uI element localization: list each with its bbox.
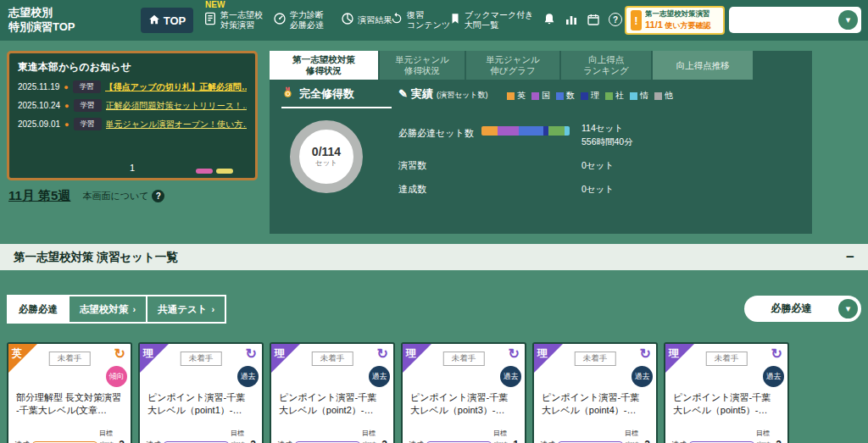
panel-tabs: 第一志望校対策 修得状況 単元ジャンル 修得状況 単元ジャンル 伸びグラフ 向上…	[270, 51, 754, 80]
refresh-icon[interactable]: ↻	[114, 346, 125, 362]
type-badge: 過去	[763, 366, 784, 387]
exercise-card[interactable]: 理 未着手 ↻ 過去 ピンポイント演習-千葉大レベル（point1）-… 目標 …	[138, 342, 264, 443]
scrollbar-thumb[interactable]	[216, 169, 233, 174]
help-icon[interactable]: ?	[609, 13, 622, 26]
tab-label: 伸びグラフ	[490, 65, 535, 76]
legend-swatch	[507, 92, 515, 100]
chevron-down-icon: ▾	[838, 10, 858, 30]
goal-label: 目標	[540, 429, 650, 438]
tab-unit-genre-growth[interactable]: 単元ジャンル 伸びグラフ	[466, 51, 559, 80]
home-icon	[148, 14, 160, 28]
refresh-icon[interactable]: ↻	[246, 346, 257, 362]
exclamation-icon: !	[631, 10, 642, 30]
filter-target-school[interactable]: 志望校対策 ›	[70, 296, 147, 322]
legend-item: 理	[581, 90, 599, 102]
actual-value: 2	[248, 439, 256, 443]
filter-common-test[interactable]: 共通テスト ›	[147, 296, 225, 322]
tab-score-ranking[interactable]: 向上得点 ランキング	[561, 51, 651, 80]
notice-link[interactable]: 【得点アップの切り札】正解必須問…	[105, 81, 247, 93]
tab-score-trend[interactable]: 向上得点推移	[653, 51, 753, 80]
nav-item-review-contents[interactable]: 復習 コンテンツ	[390, 8, 450, 33]
achieved-label: 達成	[409, 440, 424, 443]
set-type-dropdown[interactable]: 必勝必達 ▾	[744, 296, 861, 322]
filter-required[interactable]: 必勝必達	[8, 296, 70, 322]
legend-swatch	[531, 92, 539, 100]
refresh-icon[interactable]: ↻	[509, 346, 520, 362]
card-title: ピンポイント演習-千葉大レベル（point5）-…	[673, 391, 780, 418]
card-title: ピンポイント演習-千葉大レベル（point3）-…	[410, 391, 517, 418]
achieved-label: 達成	[671, 440, 687, 443]
collapse-button[interactable]: −	[846, 249, 854, 266]
exercise-card[interactable]: 理 未着手 ↻ 過去 ピンポイント演習-千葉大レベル（point5）-… 目標 …	[664, 342, 789, 443]
results-label: ✎ 実績 (演習セット数)	[398, 86, 488, 102]
subject-label: 英	[12, 346, 22, 361]
refresh-icon[interactable]: ↻	[377, 346, 388, 362]
notice-link[interactable]: 単元ジャンル演習オープン！使い方…	[106, 119, 248, 130]
bar-segment	[498, 126, 519, 136]
legend-swatch	[581, 92, 588, 100]
goal-label: 目標	[277, 429, 387, 438]
section-title: 第一志望校対策 演習セット一覧	[14, 250, 178, 265]
notice-tag: 学習	[74, 118, 102, 130]
legend-item: 国	[531, 90, 550, 102]
nav-item-bookmarked-questions[interactable]: ブックマーク付き 大問一覧	[449, 8, 533, 33]
bar-chart-icon[interactable]	[565, 13, 578, 30]
legend-swatch	[605, 92, 613, 100]
refresh-icon[interactable]: ↻	[640, 346, 651, 362]
mastery-count-label: 完全修得数	[281, 86, 392, 108]
nav-label: ブックマーク付き	[465, 10, 533, 21]
legend-swatch	[654, 92, 662, 100]
nav-label: 演習結果	[358, 15, 392, 26]
calendar-icon[interactable]	[587, 13, 600, 30]
exercise-card[interactable]: 理 未着手 ↻ 過去 ピンポイント演習-千葉大レベル（point4）-… 目標 …	[532, 342, 658, 443]
card-title: 部分理解型 長文対策演習 -千葉大レベル(文章…	[16, 391, 123, 418]
legend-item: 情	[630, 90, 648, 102]
achieved-label: 達成	[14, 440, 30, 443]
actual-label: 実績	[100, 440, 114, 443]
notice-tag: 学習	[73, 80, 101, 93]
exercise-card[interactable]: 理 未着手 ↻ 過去 ピンポイント演習-千葉大レベル（point2）-… 目標 …	[270, 342, 395, 443]
tab-first-choice-status[interactable]: 第一志望校対策 修得状況	[270, 51, 378, 80]
notice-board-title: 東進本部からのお知らせ	[18, 60, 247, 75]
scrollbar-thumb[interactable]	[196, 169, 213, 174]
type-badge: 過去	[237, 366, 259, 387]
bullet-icon: ●	[64, 102, 69, 110]
status-badge: 未着手	[181, 352, 222, 366]
legend-item: 数	[556, 90, 575, 102]
tab-unit-genre-status[interactable]: 単元ジャンル 修得状況	[380, 51, 465, 80]
actual-label: 実績	[626, 440, 639, 443]
bell-icon[interactable]	[542, 13, 556, 30]
notice-date: 2025.09.01	[18, 119, 60, 129]
legend-swatch	[630, 92, 637, 100]
stat-value-exercise-count: 0セット	[581, 159, 614, 173]
nav-item-diagnosis[interactable]: 学力診断 必勝必達	[273, 8, 324, 33]
about-this-screen[interactable]: 本画面について ?	[82, 190, 164, 202]
notice-date: 2025.10.24	[18, 101, 60, 110]
exercise-card[interactable]: 理 未着手 ↻ 過去 ピンポイント演習-千葉大レベル（point3）-… 目標 …	[401, 342, 526, 443]
actual-value: 3	[116, 439, 125, 443]
alert-banner[interactable]: ! 第一志望校対策演習 11/1 使い方要確認	[625, 6, 725, 35]
card-title: ピンポイント演習-千葉大レベル（point4）-…	[542, 391, 648, 418]
alert-date: 11/1	[645, 19, 663, 30]
nav-item-exercise-results[interactable]: 演習結果	[341, 8, 392, 33]
stat-value-required-sets: 114セット 556時間40分	[581, 122, 633, 149]
bullet-icon: ●	[64, 120, 69, 129]
alert-title: 第一志望校対策演習	[645, 9, 711, 19]
refresh-icon[interactable]: ↻	[771, 346, 782, 362]
page-title-line2: 特別演習TOP	[8, 20, 75, 35]
type-badge: 過去	[369, 366, 390, 387]
goal-label: 目標	[146, 429, 256, 438]
exercise-card[interactable]: 英 未着手 ↻ 傾向 部分理解型 長文対策演習 -千葉大レベル(文章… 目標 達…	[7, 342, 132, 443]
status-badge: 未着手	[49, 352, 91, 366]
top-button[interactable]: TOP	[141, 8, 193, 33]
actual-value: 2	[773, 439, 782, 443]
chevron-right-icon: ›	[211, 304, 214, 314]
nav-label: 対策演習	[220, 20, 263, 31]
nav-item-first-choice-exercise[interactable]: 第一志望校 対策演習	[203, 8, 263, 33]
subject-label: 理	[275, 346, 285, 361]
school-selector[interactable]: ▾	[729, 7, 861, 33]
stat-label-exercise-count: 演習数	[398, 159, 426, 172]
legend-item: 他	[654, 90, 673, 102]
bar-segment	[519, 126, 543, 136]
notice-link[interactable]: 正解必須問題対策セットリリース！…	[106, 100, 248, 112]
